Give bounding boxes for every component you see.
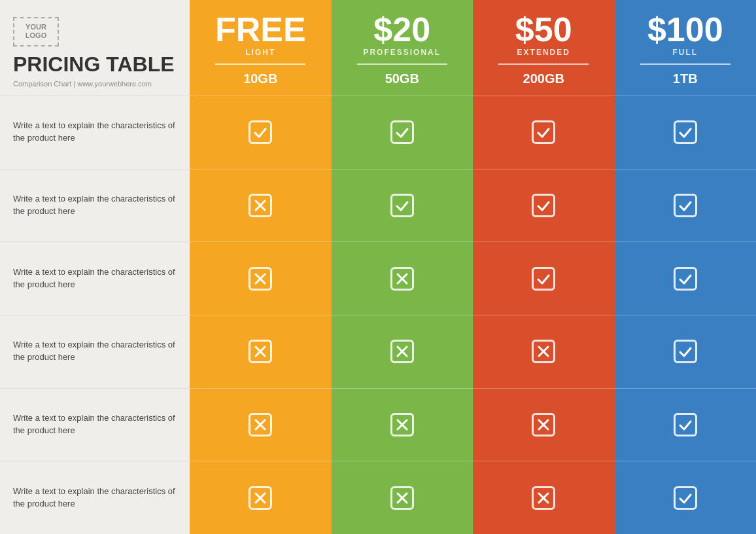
cross-icon [532,413,555,436]
check-icon [674,267,697,291]
feature-cell-1-2 [473,169,615,242]
feature-cell-0-0 [190,96,332,169]
check-icon [532,267,555,291]
feature-label-2: Write a text to explain the characterist… [0,241,190,315]
feature-cell-0-1 [332,96,473,169]
header-left: YOURLOGO PRICING TABLE Comparison Chart … [0,0,190,96]
feature-cell-3-3 [615,315,757,388]
cross-icon [390,267,414,291]
cross-icon [390,340,414,363]
feature-cell-2-0 [190,241,332,315]
feature-cell-5-0 [190,461,332,534]
feature-cell-1-1 [332,169,473,242]
cross-icon [390,413,414,436]
cross-icon [249,413,272,436]
check-icon [674,120,697,144]
price-amount-0: FREE [215,12,306,46]
feature-label-0: Write a text to explain the characterist… [0,96,190,169]
cross-icon [249,194,272,217]
price-tier-1: PROFESSIONAL [363,48,441,57]
feature-cell-2-3 [615,241,757,315]
storage-2: 200GB [523,71,564,86]
header-col-3: $100 FULL 1TB [615,0,757,96]
page-subtitle: Comparison Chart | www.yourwebhere.com [13,80,177,88]
check-icon [249,120,272,144]
check-icon [674,340,697,363]
storage-0: 10GB [243,71,277,86]
price-divider-2 [498,63,589,65]
cross-icon [249,267,272,291]
cross-icon [532,340,555,363]
feature-cell-5-3 [615,461,757,534]
feature-label-3: Write a text to explain the characterist… [0,315,190,388]
price-amount-2: $50 [515,12,572,46]
feature-cell-1-3 [615,169,757,242]
feature-cell-4-2 [473,388,615,461]
feature-label-1: Write a text to explain the characterist… [0,169,190,242]
logo-box: YOURLOGO [13,17,59,46]
price-amount-1: $20 [373,12,430,46]
feature-cell-3-2 [473,315,615,388]
header-col-2: $50 EXTENDED 200GB [473,0,615,96]
check-icon [532,194,555,217]
check-icon [532,120,555,144]
page-title: PRICING TABLE [13,53,177,76]
price-divider-3 [640,63,730,65]
price-tier-3: FULL [672,48,698,57]
feature-cell-4-0 [190,388,332,461]
cross-icon [532,486,555,510]
feature-cell-1-0 [190,169,332,242]
cross-icon [249,340,272,363]
feature-cell-2-1 [332,241,473,315]
storage-3: 1TB [673,71,698,86]
feature-label-4: Write a text to explain the characterist… [0,388,190,461]
feature-cell-5-1 [332,461,473,534]
feature-cell-2-2 [473,241,615,315]
feature-cell-0-3 [615,96,757,169]
price-amount-3: $100 [647,12,723,46]
check-icon [674,486,697,510]
pricing-wrapper: YOURLOGO PRICING TABLE Comparison Chart … [0,0,756,534]
check-icon [674,194,697,217]
check-icon [390,120,414,144]
feature-label-5: Write a text to explain the characterist… [0,461,190,534]
price-divider-1 [357,63,447,65]
feature-cell-5-2 [473,461,615,534]
feature-cell-3-1 [332,315,473,388]
price-tier-0: LIGHT [245,48,275,57]
feature-cell-3-0 [190,315,332,388]
feature-cell-4-1 [332,388,473,461]
header-col-0: FREE LIGHT 10GB [190,0,332,96]
price-tier-2: EXTENDED [517,48,570,57]
check-icon [674,413,697,436]
pricing-table: YOURLOGO PRICING TABLE Comparison Chart … [0,0,756,534]
cross-icon [249,486,272,510]
header-col-1: $20 PROFESSIONAL 50GB [332,0,473,96]
check-icon [390,194,414,217]
storage-1: 50GB [385,71,419,86]
price-divider-0 [215,63,305,65]
feature-cell-0-2 [473,96,615,169]
cross-icon [390,486,414,510]
feature-cell-4-3 [615,388,757,461]
